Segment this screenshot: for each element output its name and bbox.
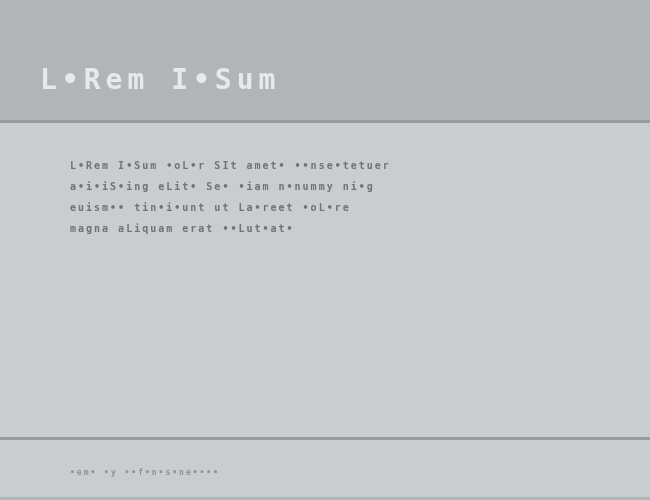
main-content: L•Rem I•Sum •oL•r SIt amet• ••nse•tetuer… bbox=[0, 123, 650, 437]
page-title: L•Rem I•Sum bbox=[40, 63, 280, 96]
footer-text: •em• •y ••f•n•s•ne•••• bbox=[70, 468, 580, 477]
footer: •em• •y ••f•n•s•ne•••• bbox=[0, 437, 650, 497]
body-text: L•Rem I•Sum •oL•r SIt amet• ••nse•tetuer… bbox=[70, 155, 580, 239]
header: L•Rem I•Sum bbox=[0, 0, 650, 123]
